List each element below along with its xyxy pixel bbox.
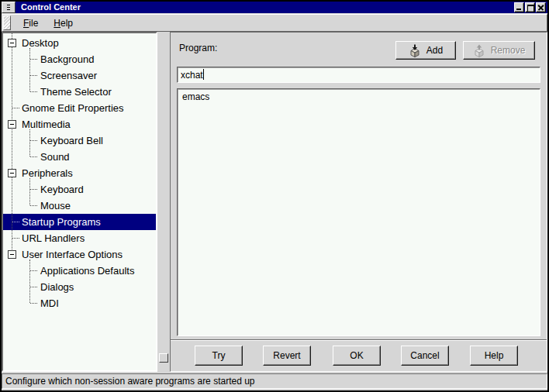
category-tree-inner: DesktopBackgroundScreensaverTheme Select… [3,33,156,370]
tree-branch-line [29,178,30,205]
tree-item-gnome-edit-properties[interactable]: Gnome Edit Properties [3,100,156,116]
tree-branch-line [29,48,30,91]
revert-button[interactable]: Revert [263,346,311,366]
tree-item-label: Keyboard Bell [3,135,103,146]
cancel-button[interactable]: Cancel [401,346,449,366]
tree-connector [12,222,19,222]
add-button[interactable]: Add [395,41,456,60]
expander-minus-glyph [10,124,14,125]
pane-divider[interactable] [157,32,170,372]
menubar-drag-handle[interactable] [3,15,11,30]
tree-item-desktop[interactable]: Desktop [3,35,156,51]
program-input-wrap [177,67,540,83]
text-caret [203,69,204,80]
add-button-label: Add [426,45,443,56]
remove-button-label: Remove [491,45,526,56]
tree-item-keyboard-bell[interactable]: Keyboard Bell [3,132,156,149]
menubar-items: FileHelp [16,15,81,31]
tree-connector [30,140,37,141]
tree-item-screensaver[interactable]: Screensaver [3,67,156,84]
statusbar: Configure which non-session aware progra… [2,373,547,389]
pane-resize-handle[interactable] [159,353,168,363]
action-buttons: TryRevertOKCancelHelp [171,346,547,367]
tree-item-peripherals[interactable]: Peripherals [3,165,156,181]
tree-item-user-interface-options[interactable]: User Interface Options [3,246,156,263]
tree-item-sound[interactable]: Sound [3,149,156,165]
remove-button[interactable]: Remove [463,41,535,60]
tree-connector [12,108,19,108]
tree-item-label: Background [3,53,94,65]
tree-item-label: Dialogs [3,281,74,293]
tree-connector [30,91,37,92]
program-label: Program: [179,43,217,53]
tree-item-applications-defaults[interactable]: Applications Defaults [3,263,156,279]
package-remove-icon [473,44,485,57]
expander-minus-glyph [10,173,14,174]
button-label: Help [485,350,504,361]
close-button[interactable] [536,2,546,12]
tree-item-keyboard[interactable]: Keyboard [3,181,156,198]
action-separator [171,339,547,341]
tree-connector [30,59,37,60]
try-button[interactable]: Try [195,346,243,366]
programs-list[interactable]: emacs [177,88,540,336]
settings-panel: Program: Add Re [170,32,547,372]
ok-button[interactable]: OK [333,346,381,366]
menubar: FileHelp [2,14,547,32]
program-input[interactable] [177,67,540,83]
tree-connector [30,270,37,271]
tree-connector [12,238,19,239]
tree-item-dialogs[interactable]: Dialogs [3,279,156,295]
tree-connector [30,189,37,190]
expander-minus-glyph [10,43,14,43]
tree-expander-icon[interactable] [8,120,16,129]
tree-item-label: Keyboard [3,184,84,195]
tree-item-label: Applications Defaults [3,265,134,277]
window-title: Control Center [21,2,81,13]
tree-item-theme-selector[interactable]: Theme Selector [3,84,156,100]
tree-item-label: Screensaver [3,70,97,81]
button-label: Cancel [410,350,439,361]
tree-expander-icon[interactable] [8,250,16,259]
tree-item-background[interactable]: Background [3,51,156,67]
menu-item-file[interactable]: File [16,16,46,30]
tree-item-multimedia[interactable]: Multimedia [3,116,156,132]
tree-item-label: Theme Selector [3,86,112,98]
button-label: OK [350,350,363,361]
window-menu-icon [7,5,10,11]
tree-connector [30,75,37,76]
tree-item-mouse[interactable]: Mouse [3,198,156,214]
tree-expander-icon[interactable] [8,169,16,177]
tree-item-mdi[interactable]: MDI [3,295,156,311]
main-area: DesktopBackgroundScreensaverTheme Select… [2,32,547,372]
category-tree[interactable]: DesktopBackgroundScreensaverTheme Select… [2,32,157,372]
window-controls [514,2,546,12]
package-add-icon [409,44,421,57]
list-item-emacs[interactable]: emacs [178,89,540,103]
help-button[interactable]: Help [470,346,518,366]
button-label: Revert [273,350,300,361]
tree-branch-line [29,260,30,303]
tree-item-startup-programs[interactable]: Startup Programs [3,214,156,230]
tree-item-label: User Interface Options [3,249,123,260]
tree-branch-line [29,129,30,156]
titlebar: Control Center [2,2,547,13]
tree-connector [30,303,37,304]
maximize-button[interactable] [525,2,535,12]
control-center-window: Control Center FileHelp DesktopBackgroun… [0,0,549,392]
tree-expander-icon[interactable] [8,39,16,47]
expander-minus-glyph [10,254,14,255]
tree-item-label: Gnome Edit Properties [3,102,124,114]
tree-connector [30,205,37,206]
window-menu-button[interactable] [2,2,16,13]
tree-item-url-handlers[interactable]: URL Handlers [3,230,156,246]
status-text: Configure which non-session aware progra… [5,376,255,387]
minimize-button[interactable] [514,2,524,12]
tree-connector [30,287,37,287]
button-label: Try [212,350,226,361]
menu-item-help[interactable]: Help [46,16,81,30]
tree-connector [30,156,37,157]
